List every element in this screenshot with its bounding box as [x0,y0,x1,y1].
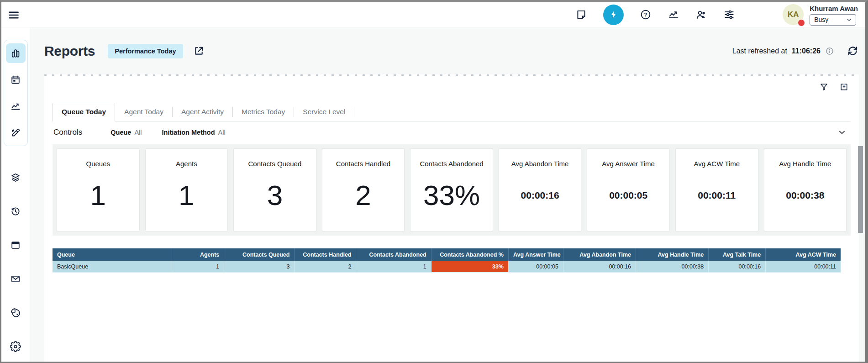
table-cell: 00:00:16 [709,261,766,273]
svg-text:?: ? [644,12,647,17]
metric-card-avg-handle-time: Avg Handle Time00:00:38 [764,148,847,231]
column-header-queue[interactable]: Queue [53,248,172,261]
table-cell: 3 [224,261,295,273]
tab-agent-activity[interactable]: Agent Activity [173,103,232,121]
topbar: ? KA Khurram Awan Busy [1,2,865,27]
table-cell: 00:00:05 [508,261,563,273]
info-icon[interactable] [825,47,834,56]
column-header-avg-talk-time[interactable]: Avg Talk Time [709,248,766,261]
user-name: Khurram Awan [810,5,858,12]
metric-card-contacts-handled: Contacts Handled2 [322,148,405,231]
filter-initiation-method[interactable]: Initiation MethodAll [162,129,226,136]
panel-dashed-border [44,74,859,76]
metric-card-value-wrap: 2 [355,168,371,231]
metric-card-value-wrap: 3 [267,168,283,231]
report-panel: Queue TodayAgent TodayAgent ActivityMetr… [44,74,859,362]
metric-cards: Queues1Agents1Contacts Queued3Contacts H… [53,144,851,236]
sidebar-report-group [4,40,28,146]
metric-card-value: 1 [90,179,106,211]
metric-card-value-wrap: 00:00:16 [521,168,559,231]
scrollbar-thumb[interactable] [858,146,863,233]
metric-card-value-wrap: 33% [423,168,480,231]
column-header-avg-acw-time[interactable]: Avg ACW Time [766,248,841,261]
sidebar-item-pie-chart-icon[interactable] [6,303,26,322]
filter-value: All [218,129,226,136]
queue-table-body: BasicQueue132133%00:00:0500:00:1600:00:3… [53,261,841,273]
sidebar-item-layers-icon[interactable] [6,168,26,187]
metric-card-label: Contacts Handled [336,160,390,168]
table-cell: 33% [431,261,508,273]
metric-card-value: 00:00:16 [521,190,559,201]
column-header-avg-abandon-time[interactable]: Avg Abandon Time [563,248,636,261]
metric-card-value-wrap: 00:00:11 [698,168,736,231]
column-header-avg-handle-time[interactable]: Avg Handle Time [636,248,709,261]
main-content: Reports Performance Today Last refreshed… [30,27,865,362]
column-header-contacts-handled[interactable]: Contacts Handled [295,248,356,261]
notes-icon[interactable] [575,9,587,21]
refresh-icon[interactable] [847,45,859,57]
sidebar-item-mail-icon[interactable] [6,269,26,289]
column-header-contacts-abandoned-[interactable]: Contacts Abandoned % [431,248,508,261]
topbar-actions: ? [575,5,735,25]
sidebar-item-gear-icon[interactable] [6,337,26,356]
tab-service-level[interactable]: Service Level [294,103,354,121]
tab-agent-today[interactable]: Agent Today [116,103,172,121]
report-tabs: Queue TodayAgent TodayAgent ActivityMetr… [53,103,851,121]
open-external-icon[interactable] [193,45,205,57]
table-cell: 2 [295,261,356,273]
busy-status-dot [798,20,805,26]
metric-card-avg-acw-time: Avg ACW Time00:00:11 [675,148,758,231]
tab-metrics-today[interactable]: Metrics Today [233,103,294,121]
metric-card-value: 00:00:11 [698,190,736,201]
sidebar-item-list [6,168,26,356]
help-icon[interactable]: ? [640,9,652,21]
avatar[interactable]: KA [783,4,804,25]
queue-table-wrap: QueueAgentsContacts QueuedContacts Handl… [53,248,841,273]
sidebar-item-bar-chart-icon[interactable] [6,43,26,63]
metric-card-value-wrap: 00:00:38 [786,168,824,231]
column-header-avg-answer-time[interactable]: Avg Answer Time [508,248,563,261]
sidebar-item-design-icon[interactable] [6,123,26,142]
metric-card-value: 00:00:38 [786,190,824,201]
metric-card-contacts-abandoned: Contacts Abandoned33% [410,148,493,231]
metric-card-queues: Queues1 [57,148,140,231]
column-header-agents[interactable]: Agents [172,248,224,261]
metric-card-label: Avg Answer Time [602,160,655,168]
metric-card-label: Avg Handle Time [779,160,831,168]
queue-table: QueueAgentsContacts QueuedContacts Handl… [53,248,841,273]
filter-queue[interactable]: QueueAll [110,129,142,136]
table-cell: 1 [356,261,431,273]
filter-value: All [134,129,142,136]
metric-card-label: Agents [176,160,197,168]
page-header: Reports Performance Today Last refreshed… [44,27,859,74]
agents-icon[interactable] [695,9,707,21]
metric-card-avg-abandon-time: Avg Abandon Time00:00:16 [499,148,582,231]
metric-card-avg-answer-time: Avg Answer Time00:00:05 [587,148,670,231]
tab-separator [354,107,354,117]
hamburger-menu-icon[interactable] [7,9,20,21]
sidebar-item-window-icon[interactable] [6,235,26,255]
sidebar-item-line-chart-icon[interactable] [6,96,26,116]
sidebar-item-calendar-icon[interactable] [6,70,26,89]
filter-funnel-icon[interactable] [819,82,829,92]
sidebar-item-history-icon[interactable] [6,201,26,221]
app-window: ? KA Khurram Awan Busy Reports [0,0,868,363]
tab-queue-today[interactable]: Queue Today [53,103,115,121]
download-icon[interactable] [839,82,849,92]
column-header-contacts-queued[interactable]: Contacts Queued [224,248,295,261]
user-info: Khurram Awan Busy [810,4,858,26]
table-cell: 1 [172,261,224,273]
metrics-icon[interactable] [668,9,679,21]
metric-card-value: 3 [267,179,283,211]
column-header-contacts-abandoned[interactable]: Contacts Abandoned [356,248,431,261]
table-row[interactable]: BasicQueue132133%00:00:0500:00:1600:00:3… [53,261,841,273]
status-select[interactable]: Busy [810,14,856,26]
metric-card-label: Contacts Queued [248,160,302,168]
lightning-icon[interactable] [603,5,624,25]
filter-name: Initiation Method [162,129,215,136]
controls-collapse-chevron-icon[interactable] [837,127,847,137]
metric-card-label: Avg ACW Time [694,160,740,168]
report-type-badge: Performance Today [108,44,183,58]
settings-sliders-icon[interactable] [723,9,735,21]
metric-card-label: Queues [86,160,110,168]
